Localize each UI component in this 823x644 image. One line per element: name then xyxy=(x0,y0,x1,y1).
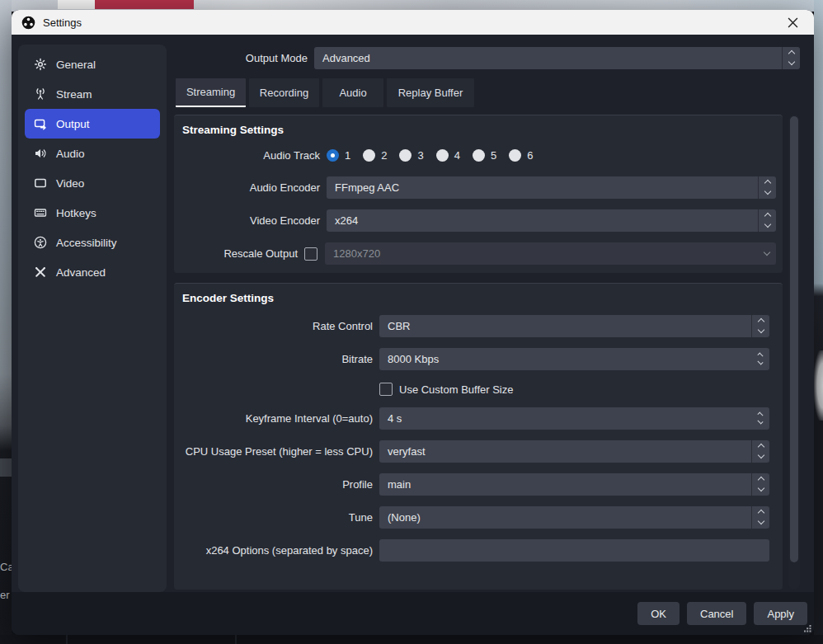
radio-icon xyxy=(399,149,412,162)
cpu-preset-row: CPU Usage Preset (higher = less CPU) ver… xyxy=(182,440,783,463)
dropdown-arrows-icon xyxy=(758,176,776,199)
dialog-body: General Stream Output xyxy=(12,35,814,635)
output-mode-value: Advanced xyxy=(322,52,370,64)
background-left-block xyxy=(0,458,12,477)
radio-label: 2 xyxy=(381,149,387,162)
settings-scrollbar[interactable] xyxy=(788,115,800,590)
dropdown-arrows-icon xyxy=(751,440,769,463)
sidebar-item-label: Hotkeys xyxy=(56,207,96,219)
output-icon xyxy=(34,117,47,130)
scrollbar-thumb[interactable] xyxy=(790,116,798,562)
background-red-bar xyxy=(95,0,194,9)
rescale-output-checkbox[interactable] xyxy=(304,247,317,261)
rate-control-select[interactable]: CBR xyxy=(379,315,769,337)
audio-encoder-label: Audio Encoder xyxy=(182,181,327,194)
rescale-output-row: Rescale Output 1280x720 xyxy=(182,242,783,265)
sidebar-item-label: Accessibility xyxy=(56,237,117,249)
rate-control-row: Rate Control CBR xyxy=(182,315,783,337)
sidebar-item-audio[interactable]: Audio xyxy=(25,139,160,168)
background-text-fragment: er xyxy=(0,589,12,601)
radio-label: 4 xyxy=(454,149,460,162)
rescale-output-label: Rescale Output xyxy=(182,247,304,260)
cpu-preset-select[interactable]: veryfast xyxy=(379,440,769,463)
resize-grip-icon[interactable] xyxy=(803,624,811,632)
keyframe-interval-spinbox[interactable]: 4 s xyxy=(379,407,769,430)
dialog-footer: OK Cancel Apply xyxy=(12,592,814,635)
profile-row: Profile main xyxy=(182,473,783,496)
accessibility-icon xyxy=(34,236,47,249)
background-divider xyxy=(66,635,68,644)
radio-label: 1 xyxy=(345,149,350,162)
bitrate-label: Bitrate xyxy=(182,353,379,365)
sidebar-item-general[interactable]: General xyxy=(25,49,160,79)
sidebar-item-output[interactable]: Output xyxy=(25,109,160,139)
titlebar[interactable]: Settings xyxy=(12,10,814,35)
tune-label: Tune xyxy=(182,511,379,524)
bitrate-value: 8000 Kbps xyxy=(388,353,439,365)
apply-button[interactable]: Apply xyxy=(754,602,807,625)
sidebar-item-video[interactable]: Video xyxy=(25,168,160,198)
rescale-resolution-value: 1280x720 xyxy=(333,247,380,260)
audio-track-option-6[interactable]: 6 xyxy=(509,149,533,162)
bitrate-spinbox[interactable]: 8000 Kbps xyxy=(379,348,769,370)
sidebar-item-label: Video xyxy=(56,177,84,190)
video-encoder-select[interactable]: x264 xyxy=(327,209,776,232)
cpu-preset-label: CPU Usage Preset (higher = less CPU) xyxy=(182,445,379,458)
audio-track-option-4[interactable]: 4 xyxy=(436,149,460,162)
background-text-fragment: Ca xyxy=(0,561,12,573)
tune-select[interactable]: (None) xyxy=(379,506,769,529)
radio-icon xyxy=(436,149,449,162)
spinbox-arrows-icon xyxy=(751,348,769,370)
custom-buffer-checkbox[interactable] xyxy=(379,383,393,396)
sidebar-item-stream[interactable]: Stream xyxy=(25,79,160,109)
radio-label: 3 xyxy=(417,149,423,162)
sidebar-item-advanced[interactable]: Advanced xyxy=(25,257,160,287)
audio-track-option-2[interactable]: 2 xyxy=(363,149,387,162)
profile-select[interactable]: main xyxy=(379,473,769,496)
encoder-settings-title: Encoder Settings xyxy=(182,292,783,304)
output-mode-select[interactable]: Advanced xyxy=(314,47,800,69)
dropdown-arrows-icon xyxy=(758,209,776,232)
audio-encoder-value: FFmpeg AAC xyxy=(335,181,399,194)
background-divider xyxy=(235,635,237,644)
profile-value: main xyxy=(388,478,411,491)
custom-buffer-row: Use Custom Buffer Size xyxy=(182,381,783,397)
sidebar-item-accessibility[interactable]: Accessibility xyxy=(25,228,160,257)
close-icon xyxy=(788,17,798,28)
audio-encoder-select[interactable]: FFmpeg AAC xyxy=(327,176,776,199)
tab-streaming[interactable]: Streaming xyxy=(176,78,246,107)
cpu-preset-value: veryfast xyxy=(388,445,426,458)
tab-audio[interactable]: Audio xyxy=(322,78,383,107)
tab-recording[interactable]: Recording xyxy=(249,78,319,107)
audio-track-option-1[interactable]: 1 xyxy=(327,149,350,162)
dropdown-arrows-icon xyxy=(751,315,769,337)
x264-options-input[interactable] xyxy=(379,539,769,562)
video-encoder-value: x264 xyxy=(335,214,358,227)
audio-track-option-5[interactable]: 5 xyxy=(473,149,496,162)
video-encoder-label: Video Encoder xyxy=(182,214,327,227)
spinbox-arrows-icon xyxy=(751,407,769,430)
tab-replay-buffer[interactable]: Replay Buffer xyxy=(387,78,474,107)
sidebar-item-hotkeys[interactable]: Hotkeys xyxy=(25,198,160,228)
close-button[interactable] xyxy=(781,11,804,34)
rescale-resolution-select[interactable]: 1280x720 xyxy=(325,242,776,265)
dropdown-arrows-icon xyxy=(751,506,769,529)
tune-value: (None) xyxy=(388,511,421,524)
radio-icon xyxy=(509,149,521,162)
dropdown-arrows-icon xyxy=(751,473,769,496)
x264-options-label: x264 Options (separated by space) xyxy=(182,544,379,557)
sidebar-item-label: Advanced xyxy=(56,266,106,279)
keyframe-interval-label: Keyframe Interval (0=auto) xyxy=(182,412,379,425)
ok-button[interactable]: OK xyxy=(637,602,680,625)
cancel-button[interactable]: Cancel xyxy=(687,602,746,625)
output-settings-page: Output Mode Advanced Streaming Recording… xyxy=(167,35,814,592)
audio-track-option-3[interactable]: 3 xyxy=(399,149,423,162)
keyframe-interval-value: 4 s xyxy=(388,412,402,425)
sidebar-item-label: Output xyxy=(56,118,90,130)
rate-control-label: Rate Control xyxy=(182,320,379,332)
output-mode-label: Output Mode xyxy=(167,52,314,64)
video-icon xyxy=(34,176,47,190)
audio-track-radio-group: 1 2 3 4 xyxy=(327,149,533,162)
bitrate-row: Bitrate 8000 Kbps xyxy=(182,348,783,370)
radio-icon xyxy=(473,149,485,162)
